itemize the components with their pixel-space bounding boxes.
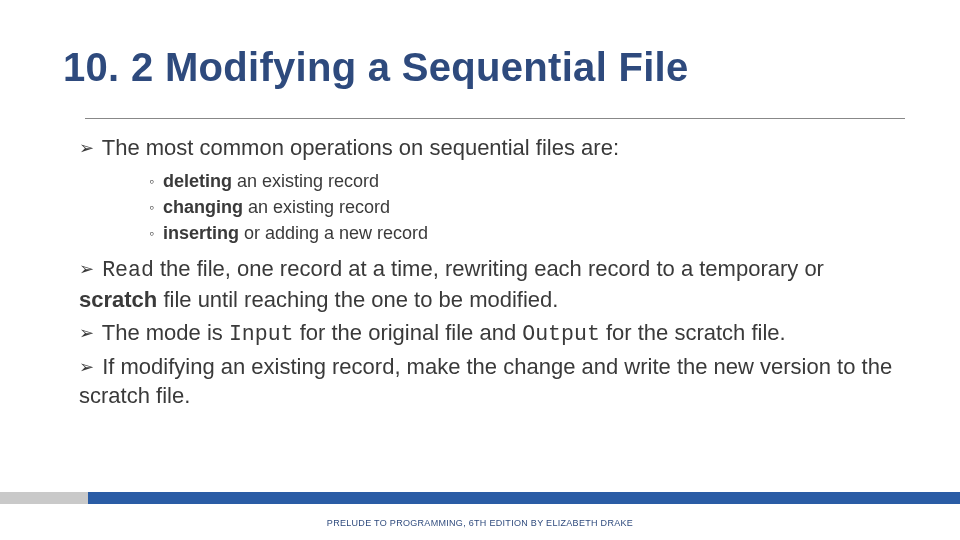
slide: 10. 2 Modifying a Sequential File ➢ The … xyxy=(0,0,960,540)
ring-icon: ◦ xyxy=(149,173,154,189)
ring-icon: ◦ xyxy=(149,225,154,241)
divider xyxy=(85,118,905,119)
sub3-rest: or adding a new record xyxy=(239,223,428,243)
b3-code2: Output xyxy=(522,322,600,346)
b4-text: If modifying an existing record, make th… xyxy=(79,354,892,408)
arrow-icon: ➢ xyxy=(79,357,94,377)
arrow-icon: ➢ xyxy=(79,138,94,158)
bullet-1-text: The most common operations on sequential… xyxy=(102,135,619,160)
sub-bullet-3: ◦ inserting or adding a new record xyxy=(149,220,897,246)
footer-bar-grey xyxy=(0,492,88,504)
sub2-strong: changing xyxy=(163,197,243,217)
bullet-1: ➢ The most common operations on sequenti… xyxy=(79,133,897,162)
bullet-4: ➢ If modifying an existing record, make … xyxy=(79,352,897,410)
ring-icon: ◦ xyxy=(149,199,154,215)
footer-text: PRELUDE TO PROGRAMMING, 6TH EDITION BY E… xyxy=(0,518,960,528)
b3-pre: The mode is xyxy=(102,320,229,345)
sub-bullet-list: ◦ deleting an existing record ◦ changing… xyxy=(79,168,897,246)
arrow-icon: ➢ xyxy=(79,323,94,343)
footer: PRELUDE TO PROGRAMMING, 6TH EDITION BY E… xyxy=(0,484,960,540)
b3-end: for the scratch file. xyxy=(600,320,786,345)
b2-strong: scratch xyxy=(79,287,157,312)
sub2-rest: an existing record xyxy=(243,197,390,217)
sub1-rest: an existing record xyxy=(232,171,379,191)
sub1-strong: deleting xyxy=(163,171,232,191)
b2-mid: the file, one record at a time, rewritin… xyxy=(154,256,824,281)
b2-end: file until reaching the one to be modifi… xyxy=(157,287,558,312)
arrow-icon: ➢ xyxy=(79,259,94,279)
bullet-3: ➢ The mode is Input for the original fil… xyxy=(79,318,897,348)
b3-code1: Input xyxy=(229,322,294,346)
sub-bullet-2: ◦ changing an existing record xyxy=(149,194,897,220)
slide-body: ➢ The most common operations on sequenti… xyxy=(55,133,905,410)
slide-title: 10. 2 Modifying a Sequential File xyxy=(55,45,905,90)
footer-bar-blue xyxy=(0,492,960,504)
b2-code: Read xyxy=(102,258,154,282)
b3-mid: for the original file and xyxy=(294,320,523,345)
sub3-strong: inserting xyxy=(163,223,239,243)
bullet-2: ➢ Read the file, one record at a time, r… xyxy=(79,254,897,313)
sub-bullet-1: ◦ deleting an existing record xyxy=(149,168,897,194)
